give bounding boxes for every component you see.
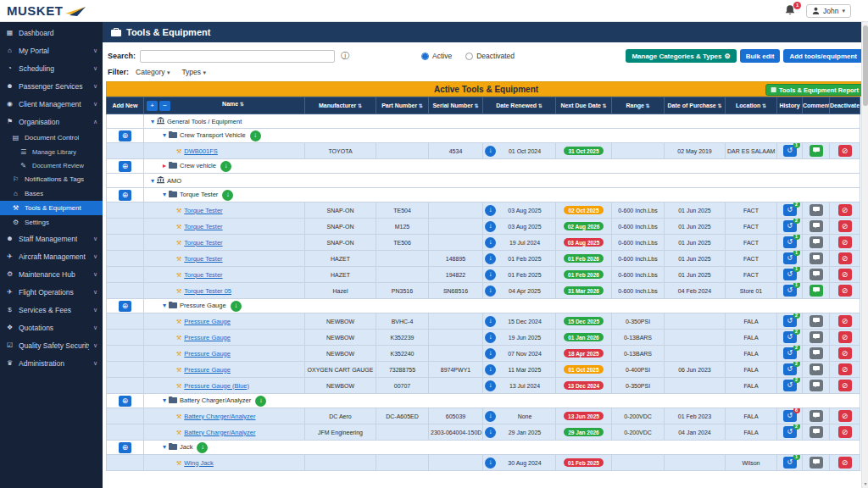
sidebar-item-tools-equipment[interactable]: ⚒Tools & Equipment (0, 201, 103, 215)
radio-active[interactable]: Active (421, 52, 452, 60)
deactivate-button[interactable]: ⊘ (838, 363, 852, 375)
sidebar-item-dashboard[interactable]: ▦Dashboard (0, 24, 103, 42)
equipment-link[interactable]: Pressure Gauge (184, 366, 231, 374)
row-download-button[interactable]: ↓ (485, 269, 496, 280)
chevron-right-icon[interactable]: ▸ (163, 162, 166, 169)
vertical-scrollbar[interactable]: ▾ (861, 22, 868, 488)
row-download-button[interactable]: ↓ (485, 427, 496, 438)
sidebar-item-administration[interactable]: ♛Administration∨ (0, 354, 103, 372)
chevron-down-icon[interactable]: ▾ (151, 177, 154, 185)
add-tools-equipment-button[interactable]: Add tools/equipment (783, 49, 863, 63)
column-header-range[interactable]: Range ⇅ (612, 97, 665, 114)
row-download-button[interactable]: ↓ (485, 237, 496, 248)
history-button[interactable]: ↺1 (783, 236, 797, 248)
chevron-down-icon[interactable]: ▾ (163, 396, 166, 404)
history-button[interactable]: ↺6 (783, 410, 797, 422)
column-header-date-of-purchase[interactable]: Date of Purchase ⇅ (665, 97, 726, 114)
comments-button[interactable] (810, 285, 823, 297)
deactivate-button[interactable]: ⊘ (838, 457, 852, 469)
row-download-button[interactable]: ↓ (485, 253, 496, 264)
deactivate-button[interactable]: ⊘ (838, 285, 852, 297)
group-download-button[interactable]: ↓ (197, 442, 208, 453)
deactivate-button[interactable]: ⊘ (838, 347, 852, 359)
history-button[interactable]: ↺1 (783, 269, 797, 280)
comments-button[interactable] (810, 220, 823, 232)
add-item-button[interactable]: ⊕ (119, 301, 131, 312)
row-download-button[interactable]: ↓ (485, 146, 496, 157)
group-download-button[interactable]: ↓ (250, 130, 261, 141)
comments-button[interactable] (810, 236, 823, 248)
row-download-button[interactable]: ↓ (485, 286, 496, 297)
chevron-down-icon[interactable]: ▾ (151, 118, 154, 125)
sidebar-item-aircraft-management[interactable]: ✈Aircraft Management∨ (0, 247, 103, 265)
add-item-button[interactable]: ⊕ (119, 161, 131, 172)
sidebar-item-manage-library[interactable]: ☰Manage Library (0, 145, 103, 158)
chevron-down-icon[interactable]: ▾ (163, 191, 166, 198)
sidebar-item-quality-safety-security[interactable]: ☑Quality Safety Security∨ (0, 336, 103, 354)
comments-button[interactable] (810, 204, 823, 216)
row-download-button[interactable]: ↓ (485, 221, 496, 232)
comments-button[interactable] (810, 410, 823, 422)
comments-button[interactable] (810, 331, 823, 343)
group-download-button[interactable]: ↓ (255, 396, 266, 407)
sidebar-item-settings[interactable]: ⚙Settings (0, 215, 103, 230)
history-button[interactable]: ↺2 (783, 315, 797, 327)
deactivate-button[interactable]: ⊘ (838, 410, 852, 422)
column-header-location[interactable]: Location ⇅ (726, 97, 777, 114)
sidebar-item-my-portal[interactable]: ⌂My Portal∨ (0, 42, 103, 59)
history-button[interactable]: ↺2 (783, 331, 797, 343)
chevron-down-icon[interactable]: ▾ (163, 443, 166, 451)
scrollbar-thumb[interactable] (863, 25, 868, 106)
user-menu-button[interactable]: John ▾ (806, 4, 851, 18)
deactivate-button[interactable]: ⊘ (838, 426, 852, 438)
deactivate-button[interactable]: ⊘ (838, 269, 852, 280)
row-download-button[interactable]: ↓ (485, 316, 496, 327)
equipment-link[interactable]: Pressure Gauge (184, 334, 231, 341)
equipment-link[interactable]: Torque Tester (184, 271, 222, 279)
row-download-button[interactable]: ↓ (485, 205, 496, 216)
comments-button[interactable] (810, 315, 823, 327)
add-item-button[interactable]: ⊕ (119, 130, 131, 141)
history-button[interactable]: ↺1 (783, 252, 797, 264)
history-button[interactable]: ↺1 (783, 457, 797, 469)
equipment-link[interactable]: Torque Tester (184, 223, 222, 230)
equipment-link[interactable]: Torque Tester (184, 255, 222, 263)
history-button[interactable]: ↺2 (783, 204, 797, 216)
filter-types-dropdown[interactable]: Types ▾ (181, 68, 206, 76)
sidebar-item-passenger-services[interactable]: ☻Passenger Services∨ (0, 77, 103, 95)
equipment-link[interactable]: Pressure Gauge (184, 350, 231, 358)
comments-button[interactable] (810, 457, 823, 469)
manage-categories-types-button[interactable]: Manage Categories & Types ⚙ (626, 49, 736, 63)
equipment-link[interactable]: Torque Tester 05 (184, 287, 231, 295)
sidebar-item-organisation[interactable]: ⚑Organisation∧ (0, 113, 103, 130)
deactivate-button[interactable]: ⊘ (838, 315, 852, 327)
radio-deactivated[interactable]: Deactivated (465, 52, 515, 60)
bulk-edit-button[interactable]: Bulk edit (740, 49, 781, 63)
row-download-button[interactable]: ↓ (485, 348, 496, 359)
equipment-link[interactable]: Battery Charger/Analyzer (184, 413, 255, 420)
history-button[interactable]: ↺2 (783, 426, 797, 438)
history-button[interactable]: ↺2 (783, 220, 797, 232)
expand-all-button[interactable]: + (147, 101, 158, 111)
history-button[interactable]: ↺1 (783, 145, 797, 157)
comments-button[interactable] (810, 363, 823, 375)
history-button[interactable]: ↺2 (783, 380, 797, 391)
deactivate-button[interactable]: ⊘ (838, 252, 852, 264)
deactivate-button[interactable]: ⊘ (838, 204, 852, 216)
column-header-manufacturer[interactable]: Manufacturer ⇅ (305, 97, 376, 114)
collapse-all-button[interactable]: − (159, 101, 170, 111)
search-input[interactable] (140, 50, 335, 63)
row-download-button[interactable]: ↓ (485, 458, 496, 469)
column-header-part-number[interactable]: Part Number ⇅ (376, 97, 429, 114)
history-button[interactable]: ↺1 (783, 285, 797, 297)
equipment-link[interactable]: Pressure Gauge (184, 318, 231, 325)
chevron-down-icon[interactable]: ▾ (163, 131, 166, 139)
equipment-link[interactable]: DWB001FS (184, 147, 218, 155)
comments-button[interactable] (810, 380, 823, 391)
row-download-button[interactable]: ↓ (485, 332, 496, 343)
column-header-serial-number[interactable]: Serial Number ⇅ (429, 97, 483, 114)
comments-button[interactable] (810, 426, 823, 438)
add-item-button[interactable]: ⊕ (119, 190, 131, 201)
history-button[interactable]: ↺2 (783, 347, 797, 359)
sidebar-item-scheduling[interactable]: ◔Scheduling∨ (0, 59, 103, 77)
